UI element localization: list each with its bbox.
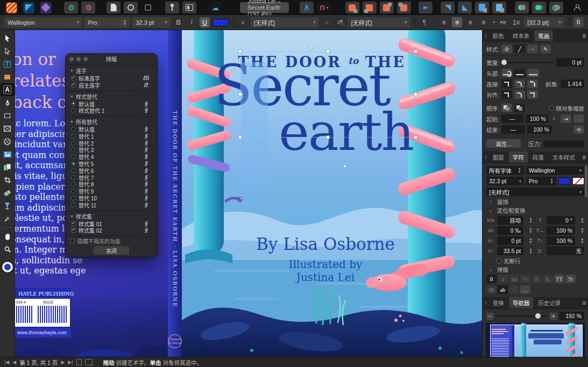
app-photo-button[interactable] — [39, 2, 53, 13]
selection-handle[interactable] — [238, 92, 242, 96]
panel-grip-icon[interactable]: ‖ — [485, 300, 487, 306]
language-field[interactable]: 无 — [547, 247, 584, 255]
radio-button[interactable] — [71, 147, 76, 152]
radio-button[interactable] — [71, 101, 76, 106]
path-node[interactable] — [374, 53, 377, 56]
radio-button[interactable] — [71, 182, 76, 186]
cover-author[interactable]: By Lisa Osborne — [182, 234, 469, 254]
scrollbar[interactable] — [585, 165, 587, 198]
paste-style-button[interactable] — [492, 2, 506, 13]
ellipse-frame-tool[interactable] — [1, 135, 14, 147]
radio-button[interactable] — [71, 127, 76, 132]
font-collection-select[interactable]: 所有字体▲▼ — [486, 166, 524, 175]
positioning-header[interactable]: 定位和变换 — [497, 206, 526, 214]
typography-feature-button[interactable]: TT — [554, 275, 564, 283]
rectangle-tool[interactable] — [1, 110, 14, 121]
radio-button[interactable] — [71, 141, 76, 146]
tab-swatches[interactable]: 样本条 — [509, 30, 534, 41]
radio-button[interactable] — [71, 108, 76, 113]
typography-feature-button[interactable]: Tr — [565, 275, 576, 283]
hand-tool[interactable] — [1, 231, 14, 242]
art-text-tool[interactable]: A — [1, 84, 14, 96]
typography-feature-button[interactable]: ⌣ — [509, 285, 519, 294]
path-node[interactable] — [343, 164, 346, 168]
align-inside-button[interactable] — [514, 90, 525, 99]
radio-button[interactable] — [71, 168, 76, 173]
hscale-field[interactable]: 100 % — [547, 226, 575, 235]
radio-button[interactable] — [71, 196, 76, 200]
close-button[interactable]: 关闭 — [94, 246, 129, 255]
panel-menu-icon[interactable]: ≡ — [582, 154, 586, 161]
account-button[interactable] — [570, 2, 584, 13]
panel-grip-icon[interactable]: ‖ — [485, 33, 487, 39]
fill-color-swatch[interactable] — [558, 177, 570, 185]
font-family-field[interactable]: Wallington▾ — [526, 166, 584, 175]
fill-stroke-color-selector[interactable] — [2, 262, 13, 272]
tab-color[interactable]: 颜色 — [489, 30, 508, 41]
boolean-subtract-button[interactable] — [532, 2, 546, 13]
typography-feature-button[interactable]: a — [498, 275, 508, 283]
insert-behind-button[interactable] — [363, 2, 377, 13]
snapping-button[interactable]: U▾ — [317, 2, 331, 13]
app-designer-button[interactable] — [22, 2, 36, 13]
all-alternates-header[interactable]: ▼所有替代 — [70, 118, 153, 126]
scale-with-object-checkbox[interactable] — [549, 106, 554, 111]
new-document-button[interactable] — [107, 2, 121, 13]
slider-knob[interactable] — [501, 60, 507, 65]
checkbox[interactable] — [71, 76, 76, 81]
typography-panel[interactable]: 排版 ▼连字 标准连字 ﬃ 自主连字 ﬅ — [66, 54, 157, 257]
typography-feature-button[interactable]: S' — [532, 275, 542, 283]
last-page-button[interactable]: ▶| — [68, 359, 73, 365]
move-tool[interactable] — [1, 32, 14, 44]
cloud-sync-button[interactable]: ☁ — [209, 2, 223, 13]
bold-button[interactable]: B — [173, 17, 183, 27]
insert-inside-button[interactable] — [345, 2, 359, 13]
radio-button[interactable] — [71, 189, 76, 193]
no-break-checkbox[interactable] — [497, 258, 501, 263]
frame-text-tool[interactable]: T — [1, 58, 14, 70]
link-icon[interactable]: ∞ — [552, 115, 557, 123]
flip-horizontal-button[interactable] — [441, 2, 455, 13]
arrow-end-button[interactable]: ⇥ — [561, 114, 571, 123]
cap-square-button[interactable] — [527, 69, 539, 77]
miter-field[interactable]: 1.414 — [561, 80, 584, 88]
typography-feature-button[interactable]: fi — [486, 275, 497, 283]
decorations-header[interactable]: 装饰 — [497, 198, 508, 206]
typography-feature-button[interactable]: 88 — [486, 285, 497, 294]
zoom-out-button[interactable]: − — [486, 313, 494, 320]
stroke-brush-button[interactable]: ✎ — [540, 45, 551, 53]
selection-handle[interactable] — [414, 49, 417, 53]
hide-unrelated-option[interactable]: 隐藏不相关的功能 — [66, 236, 157, 243]
crop-tool[interactable] — [1, 174, 14, 186]
leading-select[interactable]: [32.3 pt]▾ — [524, 17, 564, 27]
arrow-button[interactable]: → — [573, 114, 584, 123]
align-center-stroke-button[interactable] — [501, 90, 512, 99]
font-size-select[interactable]: 32.3 pt▾ — [132, 17, 170, 27]
show-specials-button[interactable]: ¶ — [419, 17, 429, 27]
style-set-option[interactable]: 样式集 02 § — [70, 227, 153, 234]
start-style-select[interactable]: — — [501, 114, 523, 123]
style-alternates-header[interactable]: ▼样式替代 — [70, 92, 153, 100]
ligature-button[interactable]: fi — [573, 17, 584, 27]
shear-field[interactable]: 0 ° — [547, 216, 575, 225]
duplicate-button[interactable] — [475, 2, 489, 13]
radio-button[interactable] — [71, 161, 76, 166]
boolean-intersect-button[interactable] — [549, 2, 563, 13]
align-left-button[interactable]: ≡ — [438, 17, 449, 27]
radio-button[interactable] — [71, 203, 76, 207]
zoom-in-button[interactable]: + — [550, 313, 557, 320]
selection-handle[interactable] — [238, 135, 242, 139]
publisher-logo[interactable]: Thomas & Hayle — [168, 334, 182, 348]
align-right-button[interactable]: ≡ — [465, 17, 475, 27]
move-front-button[interactable] — [380, 2, 394, 13]
tab-history[interactable]: 历史记录 — [534, 297, 564, 308]
checkbox[interactable] — [71, 83, 76, 88]
bullet-list-button[interactable]: •≡ — [498, 17, 508, 27]
tab-navigator[interactable]: 导航器 — [509, 297, 534, 308]
tab-text-styles[interactable]: 文本样式 — [549, 152, 579, 163]
place-image-tool[interactable] — [1, 148, 14, 160]
cover-illustrator-credit[interactable]: Illustrated by Justina Lei — [182, 258, 469, 284]
leading-field[interactable]: 33.5 pt — [497, 247, 523, 255]
font-family-select[interactable]: Wallington▾ — [4, 17, 82, 27]
paragraph-style-select[interactable]: [无样式]▾ — [348, 17, 410, 27]
